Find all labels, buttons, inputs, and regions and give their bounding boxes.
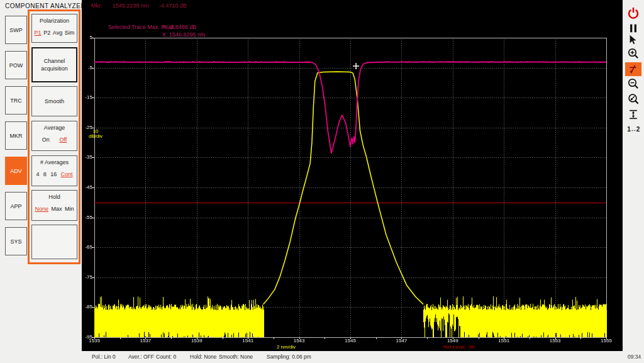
- smooth-label: Smooth: [45, 98, 64, 104]
- status-item-3: Hold: None: [190, 354, 217, 360]
- ref-level-label: Ref.Level: -50: [425, 344, 494, 350]
- option-off[interactable]: Off: [59, 137, 67, 143]
- plot-canvas[interactable]: [82, 0, 623, 351]
- channel-acquisition-line1: Channel: [44, 57, 65, 65]
- power-button[interactable]: [625, 6, 641, 20]
- zoom-reset-icon: [627, 92, 640, 105]
- marker-level: -4.4710 dB: [159, 3, 187, 9]
- option-on[interactable]: On: [42, 137, 50, 143]
- average-title: Average: [32, 125, 77, 131]
- option-min[interactable]: Min: [65, 206, 74, 212]
- toolbar: 1↔2: [623, 0, 644, 363]
- cursor-arrow-icon: [628, 34, 639, 45]
- average-options: On Off: [32, 137, 77, 143]
- option-none[interactable]: None: [35, 206, 48, 212]
- y-tick-label: -5: [82, 65, 92, 70]
- option-avg[interactable]: Avg: [53, 30, 62, 36]
- sidebar-item-swp[interactable]: SWP: [5, 16, 27, 44]
- status-item-4: Smooth: None: [219, 354, 253, 360]
- polarization-title: Polarization: [32, 18, 77, 24]
- selected-trace-y-value: Y: -2.8488 dB: [162, 24, 197, 30]
- option-4[interactable]: 4: [36, 171, 39, 177]
- option-max[interactable]: Max: [51, 206, 62, 212]
- x-tick-label: 1555: [597, 338, 616, 343]
- num-averages-title: # Averages: [32, 159, 77, 165]
- option-sim[interactable]: Sim: [65, 30, 75, 36]
- x-tick-label: 1549: [443, 338, 462, 343]
- y-tick-label: -75: [82, 274, 92, 280]
- y-tick-label: -95: [82, 334, 92, 340]
- y-tick-label: -65: [82, 244, 92, 250]
- marker-wavelength: 1545.2238 nm: [113, 3, 149, 9]
- channel-acquisition-line2: acquisition: [41, 65, 68, 72]
- y-tick-label: -45: [82, 184, 92, 190]
- x-tick-label: 1545: [341, 338, 360, 343]
- sidebar-item-adv[interactable]: ADV: [5, 157, 27, 185]
- status-item-5: Sampling: 0.06 pm: [267, 354, 311, 360]
- option-p1[interactable]: P1: [35, 30, 42, 36]
- zoom-out-icon: [627, 77, 640, 90]
- option-cont[interactable]: Cont: [61, 171, 73, 177]
- power-icon: [627, 7, 640, 20]
- selected-trace-x-value: X: 1546.9295 nm: [162, 31, 206, 38]
- y-scale-per-div-label: 10 dB/div: [83, 129, 108, 139]
- vertical-fit-icon: [628, 109, 639, 120]
- x-tick-label: 1547: [392, 338, 411, 343]
- option-16[interactable]: 16: [50, 171, 57, 177]
- y-tick-label: -35: [82, 154, 92, 160]
- option-8[interactable]: 8: [43, 171, 47, 177]
- y-tick-label: 5: [82, 35, 92, 40]
- y-tick-label: -25: [82, 125, 92, 130]
- marker-readout-label: Mkr:: [91, 3, 103, 9]
- hold-box[interactable]: Hold None Max Min: [31, 190, 77, 221]
- polarization-options: P1 P2 Avg Sim: [32, 30, 77, 36]
- x-tick-label: 1551: [494, 338, 513, 343]
- x-tick-label: 1553: [546, 338, 565, 343]
- x-scale-per-div-label: 2 nm/div: [264, 344, 308, 350]
- y-tick-label: -85: [82, 304, 92, 310]
- zoom-out-button[interactable]: [625, 77, 641, 91]
- smooth-button[interactable]: Smooth: [31, 86, 77, 116]
- x-tick-label: 1543: [290, 338, 309, 343]
- x-tick-label: 1537: [136, 338, 155, 343]
- zoom-in-button[interactable]: [625, 47, 641, 60]
- sidebar-item-pow[interactable]: POW: [5, 51, 27, 79]
- marker-to-peak-icon: [628, 64, 639, 75]
- sidebar-item-trc[interactable]: TRC: [5, 86, 27, 114]
- empty-panel-box: [31, 225, 77, 259]
- channel-acquisition-button[interactable]: Channel acquisition: [31, 47, 77, 82]
- polarization-box[interactable]: Polarization P1 P2 Avg Sim: [31, 14, 77, 43]
- option-p2[interactable]: P2: [43, 30, 50, 36]
- zoom-in-icon: [627, 47, 640, 60]
- num-averages-options: 4 8 16 Cont: [32, 171, 77, 177]
- marker-to-peak-button[interactable]: [625, 62, 641, 76]
- vertical-fit-button[interactable]: [625, 108, 641, 121]
- sidebar-item-mkr[interactable]: MKR: [5, 121, 27, 150]
- hold-title: Hold: [32, 194, 77, 200]
- pointer-tool-button[interactable]: [625, 33, 641, 47]
- clock: 09:34: [628, 354, 641, 360]
- app-title: COMPONENT ANALYZER: [5, 3, 86, 9]
- status-bar: 09:34 Pol.: Lin 0Aver.: OFFCount: 0Hold:…: [0, 351, 644, 363]
- status-item-0: Pol.: Lin 0: [92, 354, 116, 360]
- status-item-1: Aver.: OFF: [128, 354, 154, 360]
- y-tick-label: -55: [82, 215, 92, 220]
- x-tick-label: 1541: [238, 338, 257, 343]
- y-tick-label: -15: [82, 94, 92, 100]
- swap-traces-button[interactable]: 1↔2: [625, 122, 641, 136]
- plot-area: Mkr: 1545.2238 nm -4.4710 dB Selected Tr…: [82, 0, 623, 351]
- x-tick-label: 1539: [187, 338, 206, 343]
- sidebar-item-sys[interactable]: SYS: [5, 227, 27, 255]
- zoom-reset-button[interactable]: [625, 92, 641, 106]
- hold-options: None Max Min: [32, 206, 77, 212]
- swap-traces-label: 1↔2: [627, 126, 640, 133]
- num-averages-box[interactable]: # Averages 4 8 16 Cont: [31, 155, 77, 186]
- sidebar-item-app[interactable]: APP: [5, 192, 27, 220]
- average-box[interactable]: Average On Off: [31, 121, 77, 151]
- marker-readout: Mkr: 1545.2238 nm -4.4710 dB: [91, 3, 196, 9]
- component-analyzer-app: COMPONENT ANALYZER SWPPOWTRCMKRADVAPPSYS…: [0, 0, 644, 363]
- status-item-2: Count: 0: [156, 354, 176, 360]
